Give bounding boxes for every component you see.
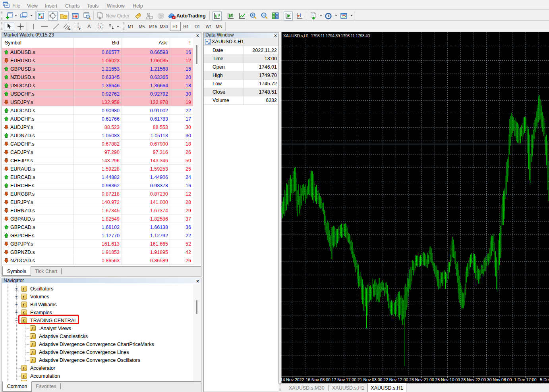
svg-text:23 Nov 21:00: 23 Nov 21:00 (409, 377, 434, 382)
svg-text:21 Nov 03:00: 21 Nov 03:00 (358, 377, 383, 382)
svg-text:22 Nov 12:00: 22 Nov 12:00 (383, 377, 408, 382)
svg-text:5 Dec 02:00: 5 Dec 02:00 (540, 377, 549, 382)
svg-text:XAUUSD.s,H1 1793.11 1794.39 1: XAUUSD.s,H1 1793.11 1794.39 1793.11 1793… (283, 33, 370, 38)
svg-text:1 Dec 17:00: 1 Dec 17:00 (514, 377, 537, 382)
svg-text:28 Nov 22:00: 28 Nov 22:00 (461, 377, 486, 382)
svg-text:16 Nov 08:00: 16 Nov 08:00 (305, 377, 331, 382)
svg-text:25 Nov 10:00: 25 Nov 10:00 (435, 377, 460, 382)
svg-text:30 Nov 08:00: 30 Nov 08:00 (487, 377, 512, 382)
svg-text:17 Nov 17:00: 17 Nov 17:00 (332, 377, 357, 382)
svg-text:14 Nov 2022: 14 Nov 2022 (280, 377, 304, 382)
